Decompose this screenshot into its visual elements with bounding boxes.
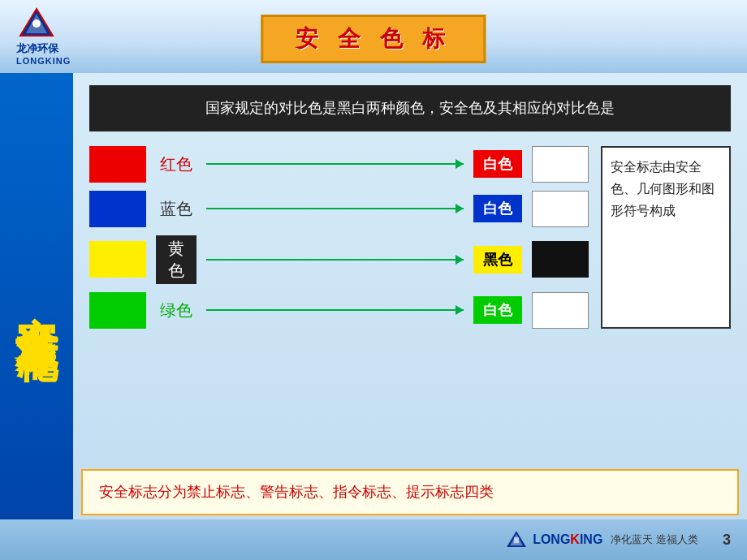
main-content: 国家规定的对比色是黑白两种颜色，安全色及其相应的对比色是 红色 白色 蓝色: [73, 73, 747, 519]
red-swatch: [89, 146, 146, 183]
color-row-red: 红色 白色: [89, 146, 589, 183]
logo-english: LONGKING: [16, 56, 71, 66]
logo-chinese: 龙净环保: [16, 41, 71, 56]
arrow-yellow: [206, 259, 464, 261]
arrow-red: [206, 163, 464, 165]
vertical-title: 安全设施标准化: [15, 282, 58, 311]
black-result-yellow: [532, 241, 589, 278]
white-result-green: [532, 292, 589, 329]
green-label: 绿色: [156, 299, 196, 321]
header: 龙净环保 LONGKING 安 全 色 标: [0, 0, 747, 73]
colors-area: 红色 白色 蓝色 白色 黄色 黑色: [89, 146, 731, 329]
blue-label: 蓝色: [156, 198, 196, 220]
svg-rect-5: [514, 537, 519, 543]
white-contrast-green: 白色: [473, 296, 522, 324]
arrow-blue: [206, 208, 464, 209]
logo-icon: [16, 7, 57, 40]
page-number: 3: [723, 532, 731, 549]
title-box: 安 全 色 标: [261, 15, 486, 63]
footer-logo-text: LONGKING: [533, 532, 602, 547]
page-title: 安 全 色 标: [296, 24, 451, 54]
green-swatch: [89, 292, 146, 329]
color-table: 红色 白色 蓝色 白色 黄色 黑色: [89, 146, 589, 329]
slide-container: 龙净环保 LONGKING 安 全 色 标 安全设施标准化 国家规定的对比色是黑…: [0, 0, 747, 560]
blue-swatch: [89, 191, 146, 227]
red-label: 红色: [156, 153, 196, 175]
description-text: 国家规定的对比色是黑白两种颜色，安全色及其相应的对比色是: [205, 100, 615, 116]
svg-point-2: [32, 19, 41, 28]
white-result-red: [532, 146, 589, 183]
black-contrast-yellow: 黑色: [473, 246, 522, 274]
color-row-yellow: 黄色 黑色: [89, 235, 589, 284]
note-text: 安全标志分为禁止标志、警告标志、指令标志、提示标志四类: [99, 484, 494, 500]
info-text: 安全标志由安全色、几何图形和图形符号构成: [611, 160, 715, 218]
white-contrast-blue: 白色: [473, 195, 522, 222]
footer-logo: LONGKING: [504, 530, 602, 549]
left-sidebar: 安全设施标准化: [0, 73, 73, 519]
color-row-green: 绿色 白色: [89, 292, 589, 329]
arrow-green: [206, 309, 464, 311]
footer-slogan: 净化蓝天 造福人类: [611, 532, 698, 547]
white-contrast-red: 白色: [473, 150, 522, 178]
footer: LONGKING 净化蓝天 造福人类 3: [0, 519, 747, 560]
white-result-blue: [532, 191, 589, 227]
info-box: 安全标志由安全色、几何图形和图形符号构成: [601, 146, 731, 329]
color-row-blue: 蓝色 白色: [89, 191, 589, 227]
yellow-label: 黄色: [156, 235, 196, 284]
description-box: 国家规定的对比色是黑白两种颜色，安全色及其相应的对比色是: [89, 85, 731, 131]
logo-area: 龙净环保 LONGKING: [16, 7, 71, 66]
yellow-swatch: [89, 241, 146, 278]
note-box: 安全标志分为禁止标志、警告标志、指令标志、提示标志四类: [81, 469, 739, 515]
